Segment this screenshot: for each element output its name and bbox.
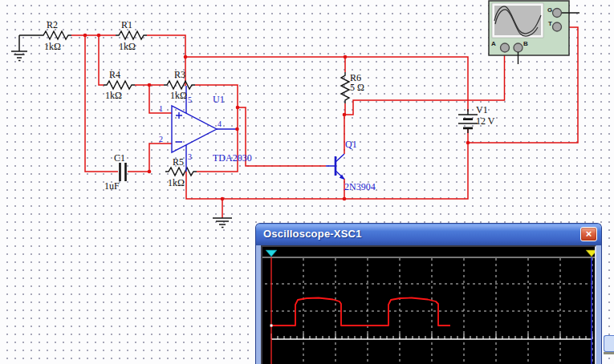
label-r2-value: 1kΩ [44, 41, 61, 52]
label-r5-value: 1kΩ [168, 177, 185, 188]
canvas-edge-line [604, 352, 614, 354]
label-r1-value: 1kΩ [119, 41, 136, 52]
label-pin3: 3 [188, 152, 192, 161]
trace-start-marker [270, 325, 273, 327]
label-r2-ref: R2 [47, 19, 58, 30]
cursor-flag-right[interactable] [586, 250, 596, 257]
label-pin2: 2 [159, 135, 163, 144]
canvas-scrollbar-fragment[interactable] [604, 335, 614, 352]
resistor-symbols[interactable] [40, 31, 349, 176]
cursor-flag-left[interactable] [266, 250, 277, 257]
label-r3-value: 1kΩ [170, 90, 187, 101]
label-pin1: 1 [159, 104, 163, 113]
ground-symbol-top[interactable] [11, 35, 40, 61]
transistor-q1-symbol[interactable] [326, 154, 344, 180]
label-terminal-g: G [547, 6, 552, 14]
capacitor-c1-symbol[interactable] [120, 163, 126, 181]
terminal-t [553, 22, 562, 31]
label-terminal-b: B [523, 40, 528, 47]
window-title: Oscilloscope-XSC1 [263, 228, 362, 240]
terminal-g [553, 9, 562, 18]
label-v1-ref: V1 [476, 104, 488, 115]
ground-symbol-bottom[interactable] [213, 218, 232, 228]
resistor-r3-body [164, 81, 195, 89]
label-terminal-a: A [491, 40, 496, 47]
resistor-r1-body [116, 31, 147, 39]
label-c1-value: 1uF [104, 180, 120, 192]
scope-trace-area[interactable] [262, 247, 596, 364]
oscilloscope-instrument-icon[interactable]: A B G T [489, 1, 579, 64]
label-u1-ref: U1 [213, 94, 225, 105]
close-button[interactable]: × [580, 227, 597, 241]
label-q1-ref: Q1 [345, 139, 357, 150]
label-c1-ref: C1 [114, 152, 125, 164]
label-r4-ref: R4 [109, 69, 120, 80]
waveform-trace [271, 298, 450, 326]
resistor-r5-body [165, 168, 197, 176]
label-pin5: 5 [188, 95, 192, 104]
resistor-r4-body [104, 81, 135, 89]
label-q1-part: 2N3904 [344, 181, 376, 192]
label-v1-value: 12 V [476, 115, 495, 127]
junction-dots [83, 34, 470, 201]
battery-v1-symbol[interactable] [458, 109, 478, 133]
label-r5-ref: R5 [173, 156, 184, 168]
label-terminal-t: T [548, 20, 552, 27]
resistor-r6-body [341, 72, 349, 103]
terminal-a [501, 43, 510, 52]
label-r6-value: 5 Ω [350, 82, 364, 93]
oscilloscope-window[interactable]: Oscilloscope-XSC1 × [255, 223, 602, 364]
close-icon: × [586, 228, 592, 240]
label-r3-ref: R3 [174, 69, 185, 80]
scope-display [261, 245, 596, 364]
window-titlebar[interactable]: Oscilloscope-XSC1 × [256, 224, 601, 245]
label-u1-part: TDA2030 [213, 152, 252, 164]
label-r1-ref: R1 [121, 19, 132, 30]
label-r4-value: 1kΩ [105, 90, 122, 101]
resistor-r2-body [40, 31, 71, 39]
terminal-b [514, 43, 523, 52]
label-pin4: 4 [218, 119, 222, 128]
